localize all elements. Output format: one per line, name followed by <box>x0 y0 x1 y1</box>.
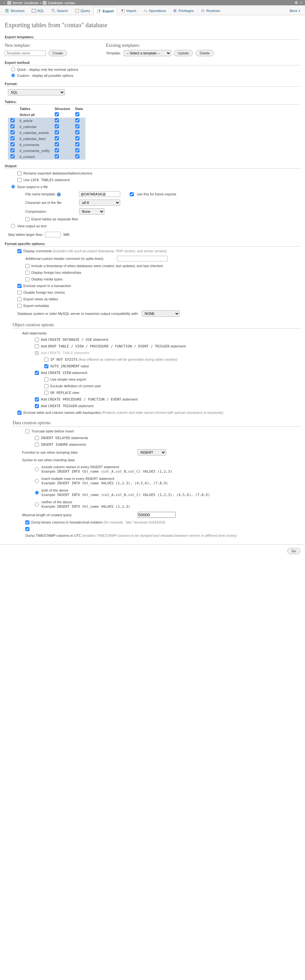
simple-view-checkbox[interactable] <box>44 377 48 382</box>
existing-templates-heading: Existing templates: <box>106 43 214 48</box>
format-select[interactable]: SQL <box>8 89 65 95</box>
charset-select[interactable]: utf-8 <box>79 199 120 206</box>
add-create-view-checkbox[interactable] <box>35 371 39 375</box>
export-method-heading: Export method: <box>5 61 300 65</box>
fn-dump-select[interactable]: INSERT <box>137 449 166 455</box>
auto-increment-checkbox[interactable] <box>44 364 48 368</box>
save-to-file-radio[interactable] <box>11 185 15 189</box>
create-template-button[interactable]: Create <box>48 50 67 56</box>
add-create-proc-checkbox[interactable] <box>35 398 39 401</box>
truncate-checkbox[interactable] <box>25 429 29 433</box>
settings-icon[interactable]: ✿ <box>295 1 298 5</box>
max-len-input[interactable] <box>137 512 176 518</box>
new-template-heading: New template: <box>5 43 93 48</box>
dump-ts-checkbox[interactable] <box>25 527 29 531</box>
compression-select[interactable]: None <box>79 208 104 215</box>
export-views-checkbox[interactable] <box>18 297 22 301</box>
rename-exported-checkbox[interactable] <box>18 171 22 175</box>
select-all-row: Select all <box>8 111 85 118</box>
format-specific-heading: Format-specific options: <box>5 242 300 247</box>
method-quick-radio[interactable] <box>11 67 15 72</box>
syntax-r2[interactable] <box>35 477 39 485</box>
nav-left-icon[interactable]: ← <box>3 1 6 5</box>
if-not-exists-checkbox[interactable] <box>44 358 48 362</box>
svg-rect-9 <box>174 10 177 12</box>
update-template-button[interactable]: Update <box>174 50 193 56</box>
tab-search[interactable]: Search <box>48 6 72 15</box>
db-compat-select[interactable]: NONE <box>142 310 180 317</box>
delete-template-button[interactable]: Delete <box>196 50 214 56</box>
tab-operations[interactable]: Operations <box>140 6 169 15</box>
help-icon[interactable]: ⤢ <box>300 1 302 5</box>
add-statements-label: Add statements: <box>22 331 300 335</box>
table-row: tl_content <box>8 154 85 160</box>
add-create-trigger-checkbox[interactable] <box>35 404 39 408</box>
breadcrumb-bar: ← Server: localhost » Database: contao ✿… <box>0 0 305 5</box>
main-tabs: Structure SQL Search Query Export Import… <box>0 5 305 15</box>
syntax-r1[interactable] <box>35 465 39 474</box>
include-timestamp-checkbox[interactable] <box>25 264 29 268</box>
object-creation-heading: Object creation options <box>13 323 300 329</box>
skip-tables-input[interactable] <box>45 232 61 237</box>
template-name-input[interactable] <box>5 50 46 56</box>
or-replace-checkbox[interactable] <box>44 391 48 395</box>
table-row: tl_comments_notify <box>8 148 85 154</box>
format-heading: Format: <box>5 82 300 87</box>
table-row: tl_calendar <box>8 124 85 130</box>
server-link[interactable]: Server: localhost <box>12 1 38 5</box>
additional-header-input[interactable] <box>117 256 168 261</box>
svg-point-11 <box>203 10 203 11</box>
tab-routines[interactable]: Routines <box>197 6 224 15</box>
insert-delayed-checkbox[interactable] <box>35 436 39 440</box>
template-select[interactable]: -- Select a template -- <box>124 50 171 56</box>
dump-binary-checkbox[interactable] <box>25 520 29 525</box>
output-heading: Output: <box>5 164 300 169</box>
future-exports-checkbox[interactable] <box>130 192 134 196</box>
select-all-structure[interactable] <box>55 112 59 116</box>
file-name-template-input[interactable] <box>79 191 120 197</box>
table-row: tl_comments <box>8 142 85 148</box>
page-title: Exporting tables from "contao" database <box>5 22 300 29</box>
view-as-text-radio[interactable] <box>11 224 15 228</box>
enclose-transaction-checkbox[interactable] <box>18 284 22 288</box>
db-compat-label: Database system or older MySQL server to… <box>18 312 139 315</box>
add-drop-checkbox[interactable] <box>35 344 39 348</box>
syntax-r3[interactable] <box>35 488 39 497</box>
separate-files-checkbox[interactable] <box>25 217 29 221</box>
tab-query[interactable]: Query <box>72 6 94 15</box>
lock-tables-checkbox[interactable] <box>18 178 22 182</box>
svg-rect-6 <box>75 9 79 13</box>
insert-ignore-checkbox[interactable] <box>35 442 39 447</box>
tab-export[interactable]: Export <box>93 7 117 15</box>
syntax-insert-label: Syntax to use when inserting data: <box>22 458 300 462</box>
add-create-db-checkbox[interactable] <box>35 337 39 342</box>
display-media-checkbox[interactable] <box>25 277 29 282</box>
export-metadata-checkbox[interactable] <box>18 304 22 308</box>
compression-label: Compression: <box>25 210 76 213</box>
help-icon[interactable]: ? <box>57 192 61 196</box>
select-all-data[interactable] <box>75 112 80 116</box>
tab-more[interactable]: More <box>286 6 304 15</box>
exclude-definer-checkbox[interactable] <box>44 384 48 388</box>
add-create-table-checkbox <box>35 351 39 355</box>
display-fk-checkbox[interactable] <box>25 270 29 275</box>
tab-privileges[interactable]: Privileges <box>169 6 197 15</box>
tables-heading: Tables: <box>5 100 300 105</box>
table-row: tl_calendar_feed <box>8 135 85 142</box>
go-button[interactable]: Go <box>287 548 300 554</box>
additional-header-label: Additional custom header comment (\n spl… <box>25 257 114 261</box>
charset-label: Character set of the file: <box>25 201 76 205</box>
tables-table: Tables Structure Data Select all tl_arti… <box>8 106 85 160</box>
display-comments-checkbox[interactable] <box>18 249 22 253</box>
method-custom-radio[interactable] <box>11 73 15 78</box>
disable-fk-checkbox[interactable] <box>18 291 22 294</box>
fn-dump-label: Function to use when dumping data: <box>22 450 134 454</box>
svg-rect-2 <box>5 12 9 13</box>
tab-sql[interactable]: SQL <box>28 6 48 15</box>
enclose-backquotes-checkbox[interactable] <box>18 410 22 415</box>
tab-structure[interactable]: Structure <box>1 6 28 15</box>
syntax-r4[interactable] <box>35 500 39 509</box>
svg-line-5 <box>54 11 55 12</box>
tab-import[interactable]: Import <box>117 6 139 15</box>
database-link[interactable]: Database: contao <box>48 1 75 5</box>
